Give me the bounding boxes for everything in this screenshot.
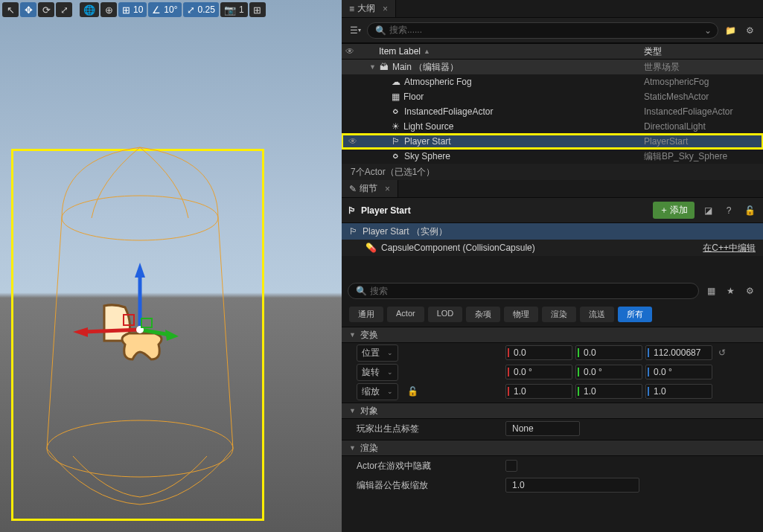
outliner-search[interactable]: 🔍 搜索...... ⌄ [367,22,718,39]
outliner-status: 7个Actor（已选1个） [342,164,763,180]
category-transform[interactable]: ▼变换 [342,327,763,343]
filter-tab[interactable]: Actor [387,307,424,322]
filter-tab[interactable]: 所有 [618,307,652,322]
outliner-item[interactable]: ⭘InstancedFoliageActor InstancedFoliageA… [342,104,763,119]
details-panel: ✎ 细节 × 🏳 Player Start ＋添加 ◪ ? 🔓 🏳 Player… [342,180,763,532]
spawn-tag-input[interactable]: None [505,421,580,436]
billboard-input[interactable]: 1.0 [505,478,639,493]
scale-x[interactable]: 1.0 [505,384,572,399]
filter-tabs: 通用ActorLOD杂项物理渲染流送所有 [342,304,763,325]
outliner-item[interactable]: 👁 🏳Player Start PlayerStart [342,134,763,149]
rotation-y[interactable]: 0.0 ° [575,365,642,379]
lock-icon[interactable]: 🔓 [742,203,757,218]
gear-icon[interactable]: ⚙ [742,283,757,298]
viewport[interactable]: ↖ ✥ ⟳ ⤢ 🌐 ⊕ ⊞10 ∠10° ⤢0.25 📷1 ⊞ [0,0,342,532]
prop-billboard-scale: 编辑器公告板缩放 1.0 [342,475,763,495]
component-row[interactable]: 🏳 Player Start （实例） [342,223,763,240]
world-icon: 🏔 [380,62,389,72]
outliner-item[interactable]: ⭘Sky Sphere 编辑BP_Sky_Sphere [342,149,763,164]
filter-tab[interactable]: 杂项 [466,307,500,322]
viewport-toolbar: ↖ ✥ ⟳ ⤢ 🌐 ⊕ ⊞10 ∠10° ⤢0.25 📷1 ⊞ [2,2,266,17]
translate-gizmo[interactable] [110,289,244,378]
outliner-tab[interactable]: ≡ 大纲 × [342,0,396,17]
close-icon[interactable]: × [383,4,388,14]
favorite-icon[interactable]: ★ [723,283,738,298]
category-object[interactable]: ▼对象 [342,403,763,419]
details-search[interactable]: 🔍 搜索 [348,283,699,299]
viewport-layout[interactable]: ⊞ [249,2,266,17]
filter-icon[interactable]: ☰▾ [348,23,363,38]
selection-highlight [11,149,264,521]
eye-icon: 👁 [345,46,354,57]
svg-point-1 [47,420,233,477]
lock-icon[interactable]: 🔓 [407,386,418,397]
outliner-header[interactable]: 👁 Item Label▲ 类型 [342,43,763,60]
move-tool[interactable]: ✥ [20,2,36,17]
sun-icon: ☀ [392,121,400,132]
outliner-icon: ≡ [349,4,354,14]
component-row[interactable]: 💊 CapsuleComponent (CollisionCapsule) 在C… [342,240,763,256]
outliner-item[interactable]: ☀Light Source DirectionalLight [342,119,763,134]
flag-icon: 🏳 [349,226,358,237]
grid-snap[interactable]: ⊞10 [118,2,147,17]
details-title: 🏳 Player Start [348,205,647,216]
select-tool[interactable]: ↖ [2,2,19,17]
details-tab[interactable]: ✎ 细节 × [342,180,398,197]
outliner-root[interactable]: ▼🏔Main （编辑器） 世界场景 [342,60,763,74]
add-component-button[interactable]: ＋添加 [653,202,695,219]
svg-rect-10 [141,318,152,327]
component-list: 🏳 Player Start （实例） 💊 CapsuleComponent (… [342,223,763,256]
outliner-item[interactable]: ▦Floor StaticMeshActor [342,89,763,104]
rotate-tool[interactable]: ⟳ [38,2,54,17]
right-panel: ≡ 大纲 × ☰▾ 🔍 搜索...... ⌄ 📁 ⚙ 👁 Item Label▲… [342,0,763,532]
prop-rotation: 旋转⌄ 0.0 ° 0.0 ° 0.0 ° [342,362,763,382]
outliner-panel: ≡ 大纲 × ☰▾ 🔍 搜索...... ⌄ 📁 ⚙ 👁 Item Label▲… [342,0,763,180]
filter-tab[interactable]: 物理 [504,307,538,322]
prop-scale: 缩放⌄🔓 1.0 1.0 1.0 [342,382,763,401]
flag-icon: 🏳 [348,205,357,216]
grid-icon[interactable]: ▦ [703,283,718,298]
filter-tab[interactable]: 渲染 [542,307,576,322]
scale-z[interactable]: 1.0 [645,384,712,399]
circle-icon: ⭘ [392,151,400,161]
browse-icon[interactable]: ◪ [700,203,715,218]
filter-tab[interactable]: 通用 [349,307,383,322]
close-icon[interactable]: × [385,184,390,194]
svg-rect-9 [124,315,134,325]
layers-icon: ☁ [392,77,400,87]
prop-hidden-in-game: Actor在游戏中隐藏 [342,456,763,475]
flag-icon: 🏳 [392,136,400,147]
help-icon[interactable]: ? [721,203,736,218]
coord-space[interactable]: 🌐 [80,2,99,17]
svg-marker-7 [165,330,179,341]
rotation-z[interactable]: 0.0 ° [645,365,712,379]
rotation-x[interactable]: 0.0 ° [505,365,572,379]
scale-snap[interactable]: ⤢0.25 [183,2,219,17]
settings-icon[interactable]: ⚙ [742,23,757,38]
location-x[interactable]: 0.0 [505,345,572,360]
location-z[interactable]: 112.000687 [645,345,712,360]
filter-tab[interactable]: LOD [428,307,463,322]
filter-tab[interactable]: 流送 [580,307,614,322]
prop-spawn-tag: 玩家出生点标签 None [342,419,763,438]
scale-tool[interactable]: ⤢ [56,2,72,17]
pencil-icon: ✎ [349,184,357,194]
camera-speed[interactable]: 📷1 [220,2,248,17]
svg-point-0 [62,196,218,240]
add-folder-icon[interactable]: 📁 [723,23,738,38]
capsule-icon: 💊 [365,243,377,253]
edit-cpp-link[interactable]: 在C++中编辑 [703,242,756,254]
scale-y[interactable]: 1.0 [575,384,642,399]
prop-location: 位置⌄ 0.0 0.0 112.000687 ↺ [342,343,763,362]
outliner-item[interactable]: ☁Atmospheric Fog AtmosphericFog [342,74,763,89]
category-rendering[interactable]: ▼渲染 [342,440,763,456]
cube-icon: ▦ [392,92,400,102]
svg-line-4 [84,330,140,332]
hidden-checkbox[interactable] [505,460,517,472]
angle-snap[interactable]: ∠10° [148,2,181,17]
location-y[interactable]: 0.0 [575,345,642,360]
circle-icon: ⭘ [392,106,400,117]
svg-line-6 [140,330,170,335]
surface-snap[interactable]: ⊕ [100,2,117,17]
reset-icon[interactable]: ↺ [718,347,726,358]
